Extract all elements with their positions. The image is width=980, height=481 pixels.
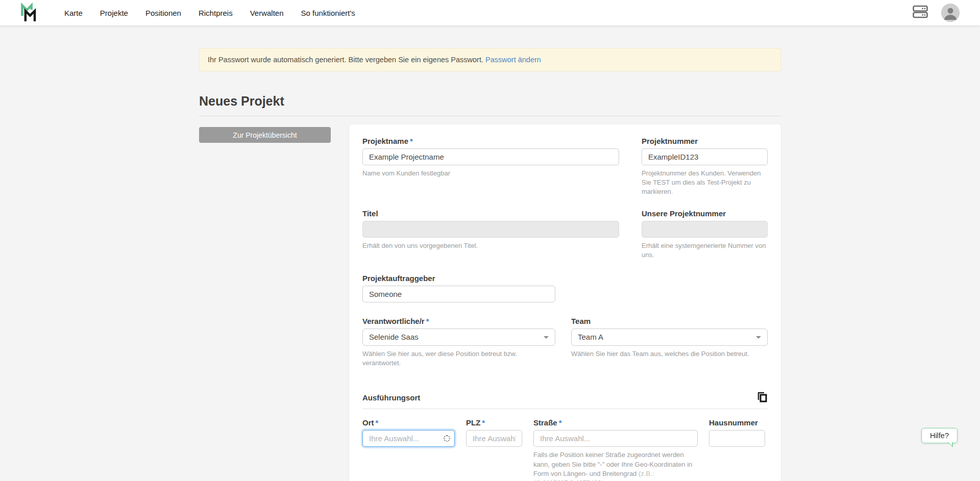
field-projektauftraggeber: Projektauftraggeber	[362, 274, 555, 302]
titel-helper: Erhält den von uns vorgegebenen Titel.	[362, 241, 619, 250]
strasse-input[interactable]	[533, 430, 698, 447]
field-projektnummer: Projektnummer Projektnummer des Kunden. …	[642, 137, 768, 197]
required-marker: *	[376, 418, 379, 427]
page-title: Neues Projekt	[199, 94, 781, 109]
projektnummer-helper: Projektnummer des Kunden. Verwenden Sie …	[642, 169, 768, 197]
chevron-down-icon	[544, 336, 549, 339]
hausnummer-label: Hausnummer	[709, 418, 765, 427]
project-overview-button[interactable]: Zur Projektübersicht	[199, 127, 331, 143]
verantwortlicher-label: Verantwortliche/r	[362, 317, 425, 325]
ort-input[interactable]	[362, 430, 455, 447]
required-marker: *	[559, 418, 562, 427]
required-marker: *	[482, 418, 485, 427]
field-strasse: Straße* Falls die Position keiner Straße…	[533, 418, 698, 481]
field-hausnummer: Hausnummer	[709, 418, 765, 481]
strasse-helper: Falls die Position keiner Straße zugeord…	[533, 450, 698, 481]
strasse-label: Straße	[533, 418, 557, 427]
plz-label: PLZ	[466, 418, 480, 427]
field-titel: Titel Erhält den von uns vorgegebenen Ti…	[362, 209, 619, 260]
verantwortlicher-select[interactable]: Selenide Saas	[362, 328, 555, 346]
top-navbar: Karte Projekte Positionen Richtpreis Ver…	[0, 0, 980, 26]
titel-input	[362, 221, 619, 238]
required-marker: *	[426, 317, 429, 325]
required-marker: *	[410, 137, 413, 145]
team-select[interactable]: Team A	[571, 328, 768, 346]
projektnummer-label: Projektnummer	[642, 137, 768, 145]
projektnummer-input[interactable]	[642, 148, 768, 165]
projektname-input[interactable]	[362, 148, 619, 165]
hausnummer-input[interactable]	[709, 430, 765, 447]
project-form-card: Projektname* Name vom Kunden festlegbar …	[349, 124, 781, 481]
server-rack-icon[interactable]	[913, 5, 928, 20]
team-helper: Wählen Sie hier das Team aus, welches di…	[571, 349, 768, 359]
nav-item-richtpreis[interactable]: Richtpreis	[199, 9, 233, 17]
help-button[interactable]: Hilfe?	[921, 428, 958, 443]
verantwortlicher-helper: Wählen Sie hier aus, wer diese Position …	[362, 349, 555, 368]
page-content: Ihr Passwort wurde automatisch generiert…	[199, 26, 781, 481]
nav-item-verwalten[interactable]: Verwalten	[250, 9, 284, 17]
chevron-down-icon	[756, 336, 761, 339]
ort-label: Ort	[362, 418, 374, 427]
nav-item-projekte[interactable]: Projekte	[100, 9, 128, 17]
field-plz: PLZ*	[466, 418, 522, 481]
nav-item-karte[interactable]: Karte	[64, 9, 83, 17]
projektauftraggeber-input[interactable]	[362, 286, 555, 302]
main-menu: Karte Projekte Positionen Richtpreis Ver…	[64, 9, 355, 17]
field-projektname: Projektname* Name vom Kunden festlegbar	[362, 137, 619, 197]
projektauftraggeber-label: Projektauftraggeber	[362, 274, 555, 283]
left-column: Zur Projektübersicht	[199, 124, 331, 143]
brand-logo-icon[interactable]	[19, 3, 40, 23]
user-avatar-icon[interactable]	[941, 4, 960, 22]
team-label: Team	[571, 317, 768, 325]
team-selected-value: Team A	[578, 333, 603, 341]
verantwortlicher-selected-value: Selenide Saas	[369, 333, 419, 341]
loading-spinner-icon	[444, 435, 450, 442]
change-password-link[interactable]: Passwort ändern	[485, 56, 541, 64]
nav-item-so-funktionierts[interactable]: So funktioniert's	[301, 9, 355, 17]
unsere-projektnummer-helper: Erhält eine systemgenerierte Nummer von …	[642, 241, 768, 260]
password-notice-text: Ihr Passwort wurde automatisch generiert…	[208, 56, 483, 64]
field-team: Team Team A Wählen Sie hier das Team aus…	[571, 317, 768, 368]
field-ort: Ort*	[362, 418, 455, 481]
password-notice-banner: Ihr Passwort wurde automatisch generiert…	[199, 48, 781, 71]
projektname-helper: Name vom Kunden festlegbar	[362, 169, 619, 178]
copy-location-button[interactable]	[756, 391, 768, 403]
nav-item-positionen[interactable]: Positionen	[145, 9, 181, 17]
title-divider	[199, 116, 781, 116]
field-verantwortlicher: Verantwortliche/r* Selenide Saas Wählen …	[362, 317, 555, 368]
field-unsere-projektnummer: Unsere Projektnummer Erhält eine systemg…	[642, 209, 768, 260]
unsere-projektnummer-input	[642, 221, 768, 238]
ausfuehrungsort-section-title: Ausführungsort	[362, 393, 420, 402]
navbar-right	[913, 4, 960, 22]
plz-input[interactable]	[466, 430, 522, 447]
titel-label: Titel	[362, 209, 619, 218]
unsere-projektnummer-label: Unsere Projektnummer	[642, 209, 768, 218]
projektname-label: Projektname	[362, 137, 408, 145]
copy-icon	[756, 397, 768, 405]
section-divider	[362, 409, 768, 409]
